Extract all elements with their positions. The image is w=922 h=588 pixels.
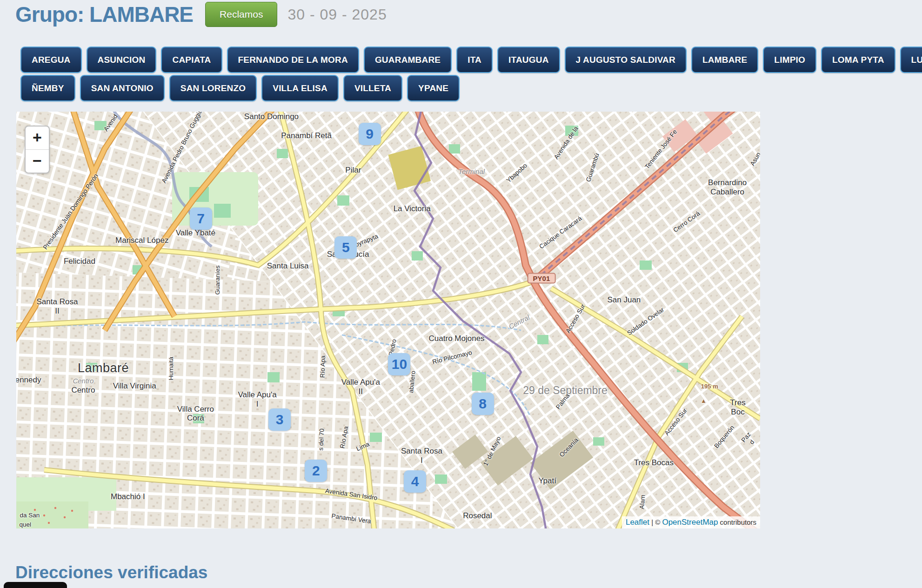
nav-button-loma-pyta[interactable]: LOMA PYTA — [821, 47, 895, 73]
attribution-separator: | © — [649, 518, 662, 526]
road-ref-badge: PY01 — [528, 273, 556, 284]
header-date: 30 - 09 - 2025 — [287, 6, 387, 23]
nav-button-san-lorenzo[interactable]: SAN LORENZO — [169, 75, 257, 101]
map-attribution: Leaflet | © OpenStreetMap contributors — [622, 516, 760, 528]
attribution-contributors: contributors — [718, 518, 756, 526]
nav-button-san-antonio[interactable]: SAN ANTONIO — [80, 75, 165, 101]
map-marker-5[interactable]: 5 — [334, 236, 357, 259]
nav-button-ypane[interactable]: YPANE — [407, 75, 460, 101]
reclamos-button[interactable]: Reclamos — [205, 2, 277, 27]
page-title: Grupo: LAMBARE — [15, 2, 193, 27]
map-marker-2[interactable]: 2 — [305, 460, 327, 482]
map-marker-9[interactable]: 9 — [359, 123, 381, 145]
nav-button-lambare[interactable]: LAMBARE — [691, 47, 758, 73]
map-marker-7[interactable]: 7 — [190, 207, 212, 230]
nav-button-j-augusto-saldivar[interactable]: J AUGUSTO SALDIVAR — [565, 47, 687, 73]
city-nav: AREGUAASUNCIONCAPIATAFERNANDO DE LA MORA… — [20, 47, 922, 103]
map-zoom-control: + − — [25, 126, 50, 174]
nav-button-itaugua[interactable]: ITAUGUA — [497, 47, 560, 73]
nav-button-fernando-de-la-mora[interactable]: FERNANDO DE LA MORA — [227, 47, 359, 73]
city-nav-row-2: ÑEMBYSAN ANTONIOSAN LORENZOVILLA ELISAVI… — [20, 75, 922, 101]
osm-link[interactable]: OpenStreetMap — [662, 518, 718, 527]
map-marker-layer: 975108324 — [16, 112, 760, 528]
page: { "header": { "title": "Grupo: LAMBARE",… — [0, 0, 922, 588]
zoom-in-button[interactable]: + — [26, 127, 49, 150]
zoom-out-button[interactable]: − — [26, 150, 49, 173]
nav-button-ita[interactable]: ITA — [456, 47, 493, 73]
nav-button-limpio[interactable]: LIMPIO — [763, 47, 816, 73]
leaflet-map[interactable]: Santo DomingoPanambí RetãPilarLa Victori… — [16, 112, 760, 528]
nav-button-emby[interactable]: ÑEMBY — [20, 75, 75, 101]
nav-button-guarambare[interactable]: GUARAMBARE — [364, 47, 452, 73]
map-marker-4[interactable]: 4 — [404, 470, 426, 493]
bottom-cutoff-bar — [4, 582, 67, 588]
nav-button-asuncion[interactable]: ASUNCION — [87, 47, 157, 73]
nav-button-capiata[interactable]: CAPIATA — [161, 47, 222, 73]
map-marker-10[interactable]: 10 — [388, 353, 410, 375]
page-header: Grupo: LAMBARE Reclamos 30 - 09 - 2025 — [15, 2, 387, 27]
map-marker-3[interactable]: 3 — [268, 408, 291, 431]
nav-button-luque[interactable]: LUQUE — [900, 47, 922, 73]
nav-button-aregua[interactable]: AREGUA — [20, 47, 82, 73]
nav-button-villeta[interactable]: VILLETA — [343, 75, 402, 101]
leaflet-link[interactable]: Leaflet — [626, 518, 649, 527]
section-heading: Direcciones verificadas — [15, 563, 207, 582]
city-nav-row-1: AREGUAASUNCIONCAPIATAFERNANDO DE LA MORA… — [20, 47, 922, 73]
map-marker-8[interactable]: 8 — [472, 393, 494, 415]
nav-button-villa-elisa[interactable]: VILLA ELISA — [261, 75, 339, 101]
